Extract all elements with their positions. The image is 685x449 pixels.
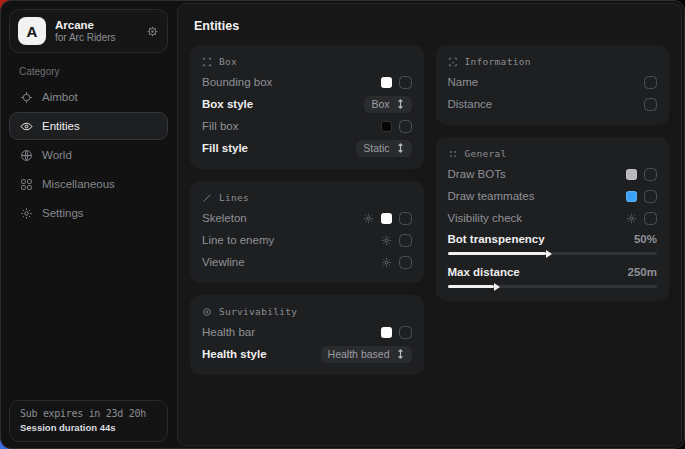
bot-transparency-value: 50% <box>634 233 657 245</box>
gear-icon[interactable] <box>381 257 392 268</box>
draw-teammates-row: Draw teammates <box>448 185 658 207</box>
bounding-box-checkbox[interactable] <box>399 76 412 89</box>
color-swatch[interactable] <box>381 327 392 338</box>
color-swatch[interactable] <box>381 213 392 224</box>
info-icon <box>448 57 458 67</box>
health-style-dropdown[interactable]: Health based <box>321 346 412 363</box>
health-style-row: Health style Health based <box>202 343 412 365</box>
sidebar-item-label: Settings <box>42 207 84 219</box>
skeleton-checkbox[interactable] <box>399 212 412 225</box>
brand-card: A Arcane for Arc Riders <box>9 9 168 53</box>
brand-title: Arcane <box>55 18 137 32</box>
sidebar-item-miscellaneous[interactable]: Miscellaneous <box>9 170 168 198</box>
color-swatch[interactable] <box>381 77 392 88</box>
slider-fill[interactable] <box>448 252 546 255</box>
sidebar-nav: Aimbot Entities World <box>9 83 168 227</box>
color-swatch[interactable] <box>626 191 637 202</box>
sidebar-item-label: Miscellaneous <box>42 178 115 190</box>
viewline-row: Viewline <box>202 251 412 273</box>
survivability-card: Survivability Health bar Health style He… <box>190 295 424 375</box>
gear-icon <box>20 207 33 220</box>
brand-subtitle: for Arc Riders <box>55 32 137 45</box>
visibility-check-row: Visibility check <box>448 207 658 229</box>
draw-bots-checkbox[interactable] <box>644 168 657 181</box>
page-title: Entities <box>178 4 681 43</box>
sub-expiry-text: Sub expires in 23d 20h <box>20 408 157 419</box>
information-card: Information Name Distance <box>436 45 670 125</box>
sidebar: A Arcane for Arc Riders Category Aimbot <box>1 1 176 448</box>
skeleton-row: Skeleton <box>202 207 412 229</box>
health-bar-checkbox[interactable] <box>399 326 412 339</box>
general-card: General Draw BOTs Draw teammates Visibil… <box>436 137 670 301</box>
sidebar-item-entities[interactable]: Entities <box>9 112 168 140</box>
lines-card: Lines Skeleton Line to enemy <box>190 181 424 283</box>
avatar: A <box>18 17 46 45</box>
draw-teammates-checkbox[interactable] <box>644 190 657 203</box>
sort-arrows-icon <box>396 99 405 109</box>
information-card-title: Information <box>448 54 658 71</box>
gear-icon[interactable] <box>363 213 374 224</box>
bounding-box-row: Bounding box <box>202 71 412 93</box>
crosshair-icon <box>20 91 33 104</box>
arcane-menu-window: A Arcane for Arc Riders Category Aimbot <box>0 0 685 449</box>
max-distance-row: Max distance 250m <box>448 262 658 282</box>
line-to-enemy-checkbox[interactable] <box>399 234 412 247</box>
viewline-checkbox[interactable] <box>399 256 412 269</box>
max-distance-slider[interactable] <box>448 285 658 288</box>
subscription-status-card: Sub expires in 23d 20h Session duration … <box>9 400 168 442</box>
sidebar-item-aimbot[interactable]: Aimbot <box>9 83 168 111</box>
color-swatch[interactable] <box>626 169 637 180</box>
box-card-title: Box <box>202 54 412 71</box>
health-icon <box>202 307 212 317</box>
line-to-enemy-row: Line to enemy <box>202 229 412 251</box>
bot-transparency-slider[interactable] <box>448 252 658 255</box>
sidebar-item-world[interactable]: World <box>9 141 168 169</box>
sort-arrows-icon <box>396 143 405 153</box>
category-label: Category <box>19 66 168 77</box>
session-duration-text: Session duration 44s <box>20 422 157 433</box>
distance-checkbox[interactable] <box>644 98 657 111</box>
box-style-row: Box style Box <box>202 93 412 115</box>
eye-scan-icon <box>20 120 33 133</box>
fill-box-checkbox[interactable] <box>399 120 412 133</box>
visibility-check-checkbox[interactable] <box>644 212 657 225</box>
gear-icon[interactable] <box>381 235 392 246</box>
sort-arrows-icon <box>396 349 405 359</box>
box-card: Box Bounding box Box style Box <box>190 45 424 169</box>
line-icon <box>202 193 212 203</box>
sidebar-item-label: World <box>42 149 72 161</box>
draw-bots-row: Draw BOTs <box>448 163 658 185</box>
color-swatch[interactable] <box>381 121 392 132</box>
name-row: Name <box>448 71 658 93</box>
general-card-title: General <box>448 146 658 163</box>
sidebar-item-settings[interactable]: Settings <box>9 199 168 227</box>
health-bar-row: Health bar <box>202 321 412 343</box>
gear-icon[interactable] <box>146 25 159 38</box>
distance-row: Distance <box>448 93 658 115</box>
gear-icon[interactable] <box>626 213 637 224</box>
box-brackets-icon <box>202 57 212 67</box>
max-distance-value: 250m <box>628 266 657 278</box>
survivability-card-title: Survivability <box>202 304 412 321</box>
box-style-dropdown[interactable]: Box <box>364 96 411 113</box>
sidebar-item-label: Entities <box>42 120 80 132</box>
globe-icon <box>20 149 33 162</box>
main-panel: Entities Box Bounding box <box>177 3 682 446</box>
fill-style-dropdown[interactable]: Static <box>356 140 411 157</box>
fill-box-row: Fill box <box>202 115 412 137</box>
dots-grid-icon <box>448 149 458 159</box>
fill-style-row: Fill style Static <box>202 137 412 159</box>
grid-icon <box>20 178 33 191</box>
slider-fill[interactable] <box>448 285 494 288</box>
sidebar-item-label: Aimbot <box>42 91 78 103</box>
lines-card-title: Lines <box>202 190 412 207</box>
name-checkbox[interactable] <box>644 76 657 89</box>
bot-transparency-row: Bot transpenency 50% <box>448 229 658 249</box>
